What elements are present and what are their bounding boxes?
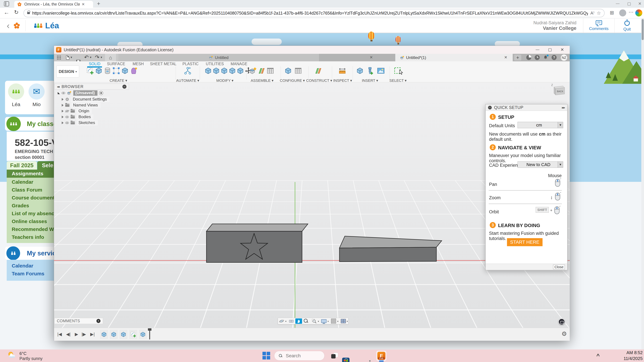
browser-panel-header[interactable]: ◀◀ BROWSER −	[54, 84, 129, 90]
clock-widget[interactable]: 8:52 AM 11/4/2025	[631, 350, 643, 361]
browser-tab[interactable]: Omnivox - Léa, the Omnivox Class ✕	[14, 1, 93, 8]
start-button[interactable]	[262, 352, 270, 360]
account-avatar[interactable]: NZ	[561, 54, 567, 61]
doc-tab2-close-icon[interactable]: ✕	[504, 55, 507, 60]
tab-solid[interactable]: SOLID	[89, 62, 100, 66]
tree-root-row[interactable]: (Unsaved)	[58, 90, 103, 96]
fusion-maximize[interactable]: ▢	[548, 47, 552, 52]
form-icon[interactable]	[130, 66, 138, 75]
revolve-icon[interactable]	[121, 66, 129, 75]
menu-item-absences[interactable]: List of my absences	[7, 210, 55, 217]
file-caret-icon[interactable]: ▾	[70, 55, 72, 59]
offset-face-icon[interactable]	[236, 66, 244, 75]
timeline-play-icon[interactable]: ▶	[75, 332, 78, 337]
timeline-skip-end-icon[interactable]: ▶|	[90, 332, 95, 337]
timeline-feature-extrude[interactable]	[120, 330, 127, 339]
pan-tool-icon[interactable]	[295, 319, 302, 324]
select-arrow-icon[interactable]: ▼	[558, 122, 563, 128]
tab-surface[interactable]: SURFACE	[107, 62, 125, 66]
start-here-button[interactable]: START HERE	[507, 238, 542, 246]
page-scrollbar[interactable]	[641, 18, 644, 350]
collapsed-icon[interactable]	[62, 116, 64, 118]
fillet-icon[interactable]	[212, 66, 220, 75]
insert-derive-icon[interactable]	[356, 66, 364, 75]
quick-setup-header[interactable]: − QUICK SETUP ▶▶	[486, 104, 567, 111]
visibility-icon[interactable]	[62, 92, 65, 94]
configuration-icon[interactable]	[284, 66, 292, 75]
zoom-window-caret-icon[interactable]: ▾	[318, 320, 319, 323]
extensions-icon[interactable]	[526, 55, 531, 60]
menu-item-recommended-websites[interactable]: Recommended Websites	[7, 225, 55, 233]
tab-actions-icon[interactable]	[4, 1, 9, 6]
tab-mesh[interactable]: MESH	[133, 62, 144, 66]
service-item-calendar[interactable]: Calendar	[7, 262, 55, 270]
doc-tab-untitled-1[interactable]: Untitled*(1)	[395, 54, 513, 61]
collapsed-icon[interactable]	[62, 110, 64, 112]
comments-button[interactable]: Comments	[583, 20, 614, 31]
doc-tab1-close-icon[interactable]: ✕	[370, 55, 373, 60]
mio-shortcut-label[interactable]: Mio	[28, 102, 44, 107]
scrollbar-thumb[interactable]	[642, 19, 644, 40]
orbit-caret-icon[interactable]: ▾	[285, 320, 286, 323]
doc-tab-untitled[interactable]: Untitled	[118, 54, 319, 61]
copilot-icon[interactable]	[635, 9, 642, 16]
timeline-settings-icon[interactable]: ⚙	[562, 330, 567, 337]
zoom-tool-icon[interactable]	[304, 319, 310, 324]
workspace-selector[interactable]: DESIGN ▾	[56, 65, 79, 78]
new-tab-button[interactable]: +	[97, 0, 100, 7]
select-arrow-icon[interactable]: ▼	[558, 162, 563, 168]
timeline-feature-sketch[interactable]	[130, 330, 137, 339]
collections-icon[interactable]: ⊞	[610, 10, 614, 15]
collapse-icon[interactable]: −	[488, 106, 492, 109]
url-text[interactable]: https://vaniercollege-lea.omnivox.ca/cvi…	[32, 11, 588, 15]
app-grid-icon[interactable]	[57, 55, 61, 60]
menu-item-teachers-info[interactable]: Teachers info	[7, 233, 55, 241]
menu-item-class-forum[interactable]: Class Forum	[7, 186, 55, 194]
tray-chevron-icon[interactable]: ^	[596, 353, 600, 359]
tab-utilities[interactable]: UTILITIES	[206, 62, 224, 66]
refresh-icon[interactable]: ↻	[14, 9, 18, 15]
search-box[interactable]	[274, 351, 324, 361]
store-button[interactable]	[342, 358, 350, 362]
look-at-icon[interactable]	[288, 319, 295, 324]
tree-document-settings[interactable]: ⚙ Document Settings	[62, 96, 110, 102]
omnivox-logo[interactable]	[14, 22, 20, 29]
visibility-icon[interactable]	[65, 122, 69, 124]
tree-origin[interactable]: Origin	[62, 108, 92, 114]
config-table-icon[interactable]	[294, 66, 302, 75]
zoom-window-icon[interactable]	[311, 319, 318, 324]
window-maximize[interactable]: ▢	[627, 1, 631, 6]
read-aloud-icon[interactable]: A⁾	[590, 10, 594, 16]
display-caret-icon[interactable]: ▾	[328, 320, 329, 323]
menu-item-calendar[interactable]: Calendar	[7, 178, 55, 186]
tree-sketches[interactable]: Sketches	[62, 120, 98, 126]
favorites-icon[interactable]: ☆	[597, 10, 601, 16]
lea-shortcut[interactable]	[8, 83, 24, 99]
fusion-close[interactable]: ✕	[560, 47, 564, 52]
job-status-icon[interactable]	[535, 55, 540, 60]
shell-icon[interactable]	[220, 66, 228, 75]
menu-item-grades[interactable]: Grades	[7, 202, 55, 210]
add-comment-icon[interactable]: +	[96, 319, 100, 323]
profile-avatar[interactable]	[619, 9, 626, 16]
new-doc-tab-button[interactable]: +	[514, 55, 521, 60]
insert-canvas-icon[interactable]	[377, 66, 385, 75]
quit-button[interactable]: Quit	[614, 20, 640, 31]
combine-icon[interactable]	[228, 66, 236, 75]
lea-logo[interactable]: Léa	[34, 21, 59, 30]
expanded-icon[interactable]	[58, 92, 60, 94]
assistant-icon[interactable]	[558, 319, 565, 325]
box1-front-face[interactable]	[206, 231, 302, 263]
search-input[interactable]	[286, 353, 319, 359]
comments-bar[interactable]: COMMENTS +	[54, 318, 103, 324]
visibility-off-icon[interactable]	[65, 110, 69, 112]
collapsed-icon[interactable]	[62, 121, 64, 124]
root-label[interactable]: (Unsaved)	[73, 90, 98, 96]
task-view-button[interactable]	[331, 353, 338, 359]
back-icon[interactable]: ←	[4, 9, 10, 15]
tree-named-views[interactable]: Named Views	[62, 102, 100, 108]
address-bar[interactable]: https://vaniercollege-lea.omnivox.ca/cvi…	[24, 9, 604, 17]
tab-manage[interactable]: MANAGE	[230, 62, 247, 66]
collapsed-icon[interactable]	[62, 104, 64, 107]
service-item-team-forums[interactable]: Team Forums	[7, 270, 55, 278]
